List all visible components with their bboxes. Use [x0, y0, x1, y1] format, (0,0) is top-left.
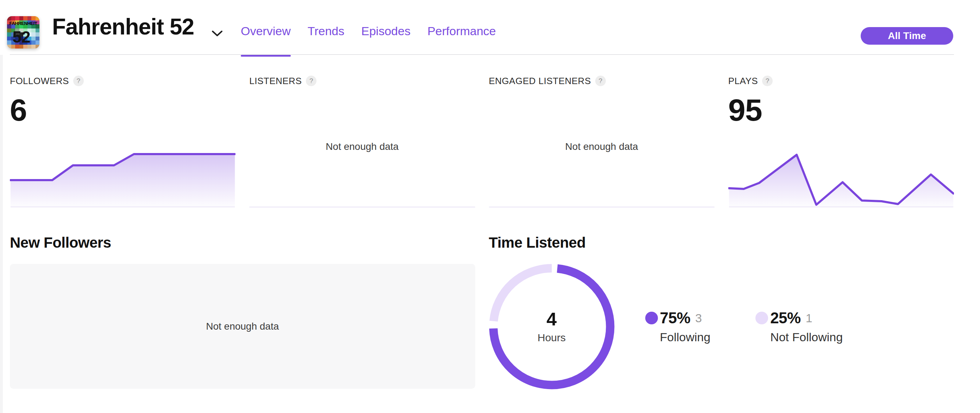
tab-performance[interactable]: Performance [427, 5, 496, 57]
stat-label: FOLLOWERS [10, 76, 69, 87]
header: FAHRENHEIT 52 Fahrenheit 52 Overview Tre… [0, 0, 980, 55]
legend-percent: 75% [660, 309, 690, 327]
mosaic-cell [35, 29, 40, 33]
stat-head: FOLLOWERS ? [10, 75, 235, 87]
mosaic-cell [35, 44, 40, 49]
donut-center-label: Hours [538, 332, 566, 344]
podcast-cover-art: FAHRENHEIT 52 [7, 16, 40, 49]
donut-legend: 75% 3 Following 25% 1 Not Following [645, 309, 843, 344]
mosaic-cell [35, 16, 40, 21]
stat-label: LISTENERS [249, 76, 302, 87]
time-listened-donut-chart: 4 Hours [489, 264, 615, 389]
legend-dot-following [645, 312, 658, 324]
help-icon[interactable]: ? [306, 76, 317, 86]
stat-card-followers: FOLLOWERS ? 6 [10, 75, 235, 208]
chart-baseline [489, 206, 714, 208]
followers-sparkline-chart [10, 147, 235, 208]
stat-card-plays: PLAYS ? 95 [728, 75, 954, 208]
window-edge [0, 0, 3, 413]
legend-label: Following [660, 330, 711, 344]
show-title[interactable]: Fahrenheit 52 [52, 16, 194, 38]
tab-episodes[interactable]: Episodes [361, 5, 410, 57]
legend-item-not-following: 25% 1 Not Following [756, 309, 843, 344]
stat-label: ENGAGED LISTENERS [489, 76, 591, 87]
stat-head: PLAYS ? [728, 75, 954, 87]
empty-state-text: Not enough data [249, 87, 475, 206]
plays-sparkline-chart [728, 147, 954, 208]
stat-card-engaged-listeners: ENGAGED LISTENERS ? Not enough data [489, 75, 714, 208]
mosaic-cell [35, 37, 40, 41]
mosaic-cell [27, 16, 32, 21]
time-filter-button[interactable]: All Time [861, 27, 953, 44]
stat-value: 95 [728, 95, 954, 125]
legend-top: 25% 1 [756, 309, 843, 327]
bottom-sections: New Followers Not enough data Time Liste… [10, 234, 954, 389]
help-icon[interactable]: ? [73, 76, 84, 86]
chart-baseline [249, 206, 475, 208]
empty-state-text: Not enough data [489, 87, 714, 206]
tab-trends[interactable]: Trends [308, 5, 345, 57]
tab-overview[interactable]: Overview [241, 5, 291, 57]
stats-row: FOLLOWERS ? 6 LISTENERS ? Not enough dat… [10, 75, 954, 208]
cover-art-title-text: FAHRENHEIT [7, 21, 40, 26]
legend-dot-not-following [756, 312, 768, 324]
nav-tabs: Overview Trends Episodes Performance [241, 0, 496, 59]
mosaic-cell [11, 16, 16, 21]
legend-top: 75% 3 [645, 309, 711, 327]
mosaic-cell [31, 44, 35, 49]
stat-head: LISTENERS ? [249, 75, 475, 87]
mosaic-cell [23, 16, 27, 21]
legend-count: 3 [695, 311, 702, 325]
header-divider [10, 54, 954, 55]
donut-center-value: 4 [547, 310, 557, 328]
legend-item-following: 75% 3 Following [645, 309, 711, 344]
mosaic-cell [7, 44, 11, 49]
section-title-time-listened: Time Listened [489, 234, 954, 252]
time-listened-section: Time Listened 4 Hours 75% 3 [489, 234, 954, 389]
section-title-new-followers: New Followers [10, 234, 475, 252]
chevron-down-icon[interactable] [211, 30, 223, 39]
mosaic-cell [35, 40, 40, 44]
mosaic-cell [7, 16, 11, 21]
mosaic-cell [31, 16, 35, 21]
empty-state-text: Not enough data [206, 321, 279, 332]
time-listened-body: 4 Hours 75% 3 Following 25% [489, 264, 954, 389]
help-icon[interactable]: ? [595, 76, 606, 86]
stat-card-listeners: LISTENERS ? Not enough data [249, 75, 475, 208]
mosaic-cell [19, 16, 24, 21]
stat-label: PLAYS [728, 76, 758, 87]
legend-percent: 25% [770, 309, 801, 327]
legend-count: 1 [806, 311, 813, 325]
stat-head: ENGAGED LISTENERS ? [489, 75, 714, 87]
mosaic-cell [15, 16, 19, 21]
cover-art-number-text: 52 [7, 29, 36, 45]
legend-label: Not Following [770, 330, 843, 344]
new-followers-empty-card: Not enough data [10, 264, 475, 389]
donut-center: 4 Hours [489, 264, 615, 389]
mosaic-cell [35, 32, 40, 37]
new-followers-section: New Followers Not enough data [10, 234, 475, 389]
stat-value: 6 [10, 95, 235, 125]
help-icon[interactable]: ? [762, 76, 773, 86]
